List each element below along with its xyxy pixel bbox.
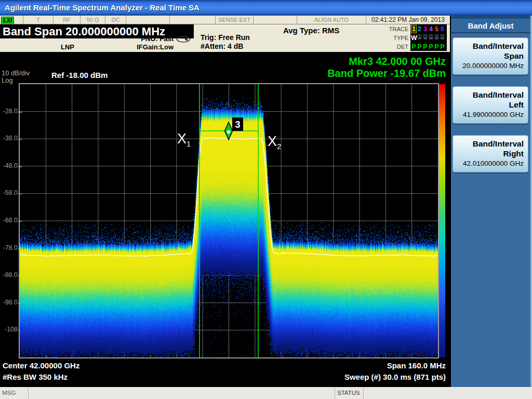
y-tick-label: -88.0 bbox=[0, 271, 18, 278]
window-title: Agilent Real-Time Spectrum Analyzer - Re… bbox=[5, 3, 200, 12]
legend-row-label: TYPE bbox=[383, 35, 410, 41]
pno-setting: PNO: Fast bbox=[114, 35, 174, 43]
marker-readout: Mkr3 42.000 00 GHz Band Power -19.67 dBm bbox=[327, 56, 446, 79]
spectrum-analyzer-screen: Agilent Real-Time Spectrum Analyzer - Re… bbox=[0, 0, 532, 399]
trace-type-indicator: W bbox=[422, 35, 428, 41]
y-tick-label: -78.0 bbox=[0, 244, 18, 251]
sweep-label: Sweep (#) 30.0 ms (871 pts) bbox=[344, 371, 446, 383]
status-segment-5 bbox=[170, 16, 216, 24]
y-tick-label: -58.0 bbox=[0, 189, 18, 196]
lnp-setting: LNP bbox=[52, 43, 83, 51]
trace-1-indicator: 1 bbox=[411, 25, 417, 33]
band-edge-marker-x1[interactable]: X1 bbox=[177, 131, 191, 148]
softkey-label: Left bbox=[455, 100, 524, 110]
marker3-center-dot bbox=[227, 130, 230, 134]
softkey-label: Span bbox=[455, 51, 524, 61]
trace-3-indicator: 3 bbox=[422, 25, 428, 33]
detector-indicator: P bbox=[411, 43, 417, 50]
status-area bbox=[364, 388, 532, 399]
trace-legend: TRACE123456TYPEWWWWWWDETPPPPPP bbox=[383, 24, 449, 51]
softkey-value: 42.010000000 GHz bbox=[455, 158, 524, 168]
y-tick-label: -38.0 bbox=[0, 135, 18, 142]
marker3-label: 3 bbox=[235, 119, 240, 130]
trace-type-indicator: W bbox=[428, 35, 434, 41]
detector-indicator: P bbox=[417, 43, 422, 50]
db-per-div-label: 10 dB/div bbox=[2, 70, 30, 77]
softkey-label: Right bbox=[455, 149, 524, 158]
center-frequency-label: Center 42.00000 GHz bbox=[3, 360, 79, 371]
band-edge-marker-x2[interactable]: X2 bbox=[268, 134, 281, 151]
avg-type-setting: Avg Type: RMS bbox=[283, 26, 339, 35]
window-title-bar: Agilent Real-Time Spectrum Analyzer - Re… bbox=[0, 0, 532, 16]
status-segment-8: ALIGN AUTO bbox=[297, 16, 366, 24]
y-tick-label: -98.0 bbox=[0, 299, 18, 306]
status-segment-7 bbox=[254, 16, 297, 24]
density-colorbar bbox=[439, 84, 445, 357]
status-segment-1: RF bbox=[54, 16, 81, 24]
y-tick-label: -108 bbox=[0, 326, 18, 333]
trace-6-indicator: 6 bbox=[440, 25, 445, 33]
reference-level-label: Ref -18.00 dBm bbox=[51, 71, 108, 79]
status-segment-3: DC bbox=[105, 16, 126, 24]
softkey-label: Band/Interval bbox=[455, 139, 524, 149]
softkey-value: 20.000000000 MHz bbox=[455, 61, 524, 71]
softkey-label: Band/Interval bbox=[455, 90, 524, 100]
attenuation-setting: #Atten: 4 dB bbox=[201, 42, 243, 50]
status-segment-6: SENSE:EXT bbox=[216, 16, 254, 24]
continuous-sweep-icon bbox=[176, 35, 192, 43]
msg-indicator: MSG bbox=[0, 388, 29, 399]
ifgain-setting: IFGain:Low bbox=[114, 43, 174, 51]
trigger-setting: Trig: Free Run bbox=[201, 33, 250, 42]
status-segment-4 bbox=[126, 16, 170, 24]
status-indicator: STATUS bbox=[335, 388, 364, 399]
softkey-band-interval-left[interactable]: Band/Interval Left 41.990000000 GHz bbox=[453, 86, 528, 124]
trace-4-indicator: 4 bbox=[428, 25, 434, 33]
softkey-value: 41.990000000 GHz bbox=[455, 110, 524, 119]
spectrum-display-area: Mkr3 42.000 00 GHz Band Power -19.67 dBm… bbox=[0, 52, 450, 387]
band-power-readout: Band Power -19.67 dBm bbox=[327, 68, 446, 79]
status-segment-9: 02:41:22 PM Jan 09, 2013 bbox=[366, 16, 450, 24]
marker-frequency-readout: Mkr3 42.000 00 GHz bbox=[327, 56, 446, 68]
marker-overlay: 3 bbox=[20, 84, 438, 357]
detector-indicator: P bbox=[428, 43, 434, 50]
amplitude-scale-label: 10 dB/div Log bbox=[2, 70, 30, 84]
y-axis-tick-labels: -28.0-38.0-48.0-58.0-68.0-78.0-88.0-98.0… bbox=[0, 84, 19, 357]
res-bw-label: #Res BW 350 kHz bbox=[3, 371, 79, 383]
bottom-right-annotation: Span 160.0 MHz Sweep (#) 30.0 ms (871 pt… bbox=[344, 360, 446, 383]
message-status-bar: MSG STATUS bbox=[0, 387, 532, 399]
span-label: Span 160.0 MHz bbox=[344, 360, 446, 371]
trace-type-indicator: W bbox=[434, 35, 440, 41]
detector-indicator: P bbox=[440, 43, 445, 50]
trace-2-indicator: 2 bbox=[417, 25, 422, 33]
message-area bbox=[29, 388, 335, 399]
trace-type-indicator: W bbox=[417, 35, 422, 41]
softkey-label: Band/Interval bbox=[455, 41, 524, 51]
detector-indicator: P bbox=[422, 43, 428, 50]
bottom-left-annotation: Center 42.00000 GHz #Res BW 350 kHz bbox=[3, 360, 79, 383]
softkey-band-interval-span[interactable]: Band/Interval Span 20.000000000 MHz bbox=[453, 37, 528, 75]
status-strip: LXITRF50 ΩDCSENSE:EXTALIGN AUTO02:41:22 … bbox=[0, 16, 450, 24]
spectrum-plot: 3 bbox=[19, 83, 439, 358]
y-tick-label: -28.0 bbox=[0, 108, 18, 115]
measurement-bar: Band Span 20.000000000 MHz PNO: Fast IFG… bbox=[0, 24, 450, 52]
legend-row-label: TRACE bbox=[383, 26, 410, 32]
lxi-indicator: LXI bbox=[0, 16, 23, 24]
status-segment-2: 50 Ω bbox=[81, 16, 105, 24]
trace-type-indicator: W bbox=[440, 35, 445, 41]
y-tick-label: -68.0 bbox=[0, 217, 18, 224]
softkey-menu-title: Band Adjust bbox=[451, 19, 530, 33]
softkey-band-interval-right[interactable]: Band/Interval Right 42.010000000 GHz bbox=[453, 135, 528, 172]
softkey-menu: Band Adjust Band/Interval Span 20.000000… bbox=[450, 16, 532, 387]
status-segment-0: T bbox=[23, 16, 54, 24]
trace-type-indicator: W bbox=[411, 34, 417, 42]
lxi-badge: LXI bbox=[1, 17, 14, 24]
detector-indicator: P bbox=[434, 43, 440, 50]
trace-5-indicator: 5 bbox=[434, 25, 440, 33]
legend-row-label: DET bbox=[383, 44, 410, 50]
y-tick-label: -48.0 bbox=[0, 162, 18, 169]
